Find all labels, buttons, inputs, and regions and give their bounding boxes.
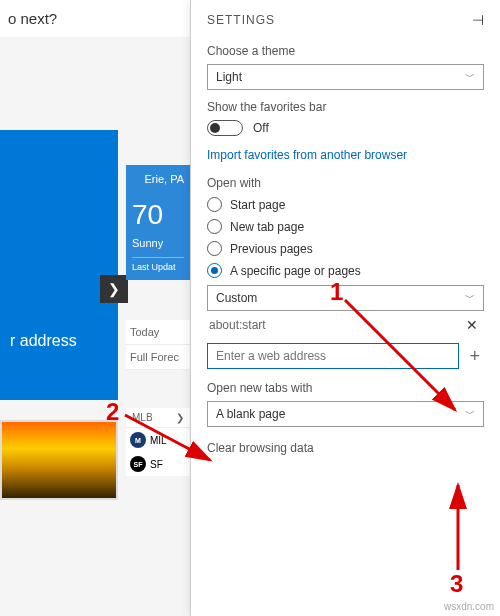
newtabs-select[interactable]: A blank page﹀ bbox=[207, 401, 484, 427]
news-card[interactable]: r address ❯ bbox=[0, 130, 118, 400]
weather-condition: Sunny bbox=[132, 237, 184, 249]
link-today[interactable]: Today bbox=[126, 320, 190, 345]
theme-select[interactable]: Light﹀ bbox=[207, 64, 484, 90]
remove-page-button[interactable]: ✕ bbox=[462, 317, 482, 333]
favbar-label: Show the favorites bar bbox=[207, 100, 484, 114]
annotation-2: 2 bbox=[106, 398, 119, 426]
weather-updated: Last Updat bbox=[132, 257, 184, 272]
card-text: r address bbox=[10, 332, 77, 350]
link-forecast[interactable]: Full Forec bbox=[126, 345, 190, 370]
annotation-1: 1 bbox=[330, 278, 343, 306]
favbar-toggle[interactable] bbox=[207, 120, 243, 136]
weather-links: Today Full Forec bbox=[126, 320, 190, 370]
import-favorites-link[interactable]: Import favorites from another browser bbox=[207, 148, 484, 162]
team-row-mil: M MIL bbox=[126, 428, 190, 452]
chevron-down-icon: ﹀ bbox=[465, 70, 475, 84]
settings-panel: SETTINGS ⊣ Choose a theme Light﹀ Show th… bbox=[190, 0, 500, 616]
mlb-widget[interactable]: MLB ❯ M MIL SF SF bbox=[126, 408, 190, 476]
team-row-sf: SF SF bbox=[126, 452, 190, 476]
mlb-header: MLB ❯ bbox=[126, 408, 190, 428]
team-logo-mil: M bbox=[130, 432, 146, 448]
radio-specific-page[interactable]: A specific page or pages bbox=[207, 263, 484, 278]
panel-title: SETTINGS bbox=[207, 13, 275, 27]
annotation-3: 3 bbox=[450, 570, 463, 598]
image-tile[interactable] bbox=[0, 420, 118, 500]
openwith-label: Open with bbox=[207, 176, 484, 190]
chevron-down-icon: ﹀ bbox=[465, 291, 475, 305]
chevron-right-icon[interactable]: ❯ bbox=[100, 275, 128, 303]
radio-start-page[interactable]: Start page bbox=[207, 197, 484, 212]
weather-location: Erie, PA bbox=[132, 173, 184, 185]
favbar-state: Off bbox=[253, 121, 269, 135]
radio-new-tab-page[interactable]: New tab page bbox=[207, 219, 484, 234]
page-prompt: o next? bbox=[0, 0, 190, 37]
radio-previous-pages[interactable]: Previous pages bbox=[207, 241, 484, 256]
clear-data-label: Clear browsing data bbox=[207, 441, 484, 455]
team-logo-sf: SF bbox=[130, 456, 146, 472]
theme-label: Choose a theme bbox=[207, 44, 484, 58]
custom-page-select[interactable]: Custom﹀ bbox=[207, 285, 484, 311]
chevron-down-icon: ﹀ bbox=[465, 407, 475, 421]
weather-card[interactable]: Erie, PA 70 Sunny Last Updat bbox=[126, 165, 190, 280]
watermark: wsxdn.com bbox=[444, 601, 494, 612]
add-page-button[interactable]: + bbox=[465, 346, 484, 367]
weather-temp: 70 bbox=[132, 199, 184, 231]
page-entry-aboutstart: about:start ✕ bbox=[207, 311, 484, 339]
pin-icon[interactable]: ⊣ bbox=[472, 12, 484, 28]
web-address-input[interactable] bbox=[207, 343, 459, 369]
newtabs-label: Open new tabs with bbox=[207, 381, 484, 395]
